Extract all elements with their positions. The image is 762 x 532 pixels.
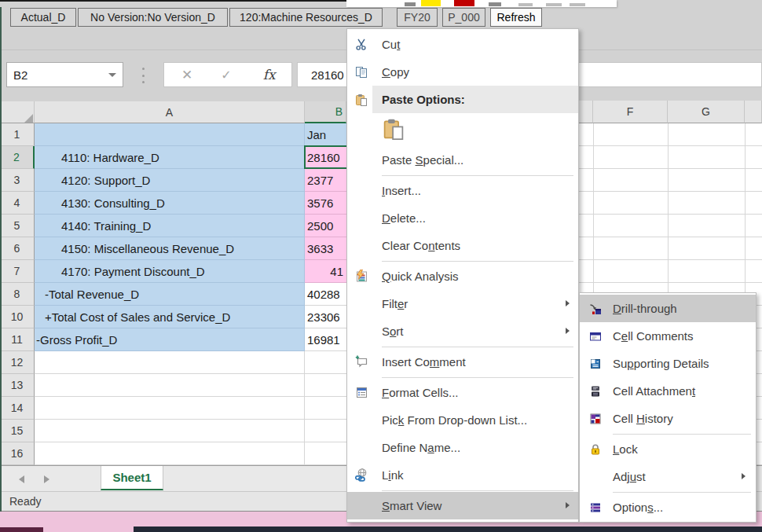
cell-A1[interactable] [35, 123, 305, 146]
menu-item-cell-comments[interactable]: Cell Comments [580, 322, 756, 350]
menu-item-paste-options[interactable]: Paste Options: [347, 86, 578, 113]
row-header-16[interactable]: 16 [0, 442, 35, 465]
row-header-6[interactable]: 6 [0, 237, 35, 260]
sheet-tab[interactable]: Sheet1 [101, 466, 163, 490]
cell-B2[interactable]: 28160 [305, 146, 346, 169]
borders-icon[interactable] [405, 2, 416, 6]
menu-item-drill-through[interactable]: Drill-through [580, 295, 756, 322]
cell-A3[interactable]: 4120: Support_D [35, 169, 305, 192]
pov-button-2[interactable]: 120:Machine Resources_D [229, 8, 383, 27]
cell-A7[interactable]: 4170: Payment Discount_D [35, 260, 305, 283]
cell-B3[interactable]: 2377 [305, 169, 346, 192]
fill-color-icon[interactable] [421, 0, 441, 6]
pov-button-0[interactable]: Actual_D [10, 8, 76, 27]
menu-item-adjust[interactable]: Adjust [580, 463, 756, 490]
column-header-F[interactable]: F [593, 101, 668, 123]
pov-button-3[interactable]: FY20 [397, 8, 438, 27]
menu-item-supporting-details[interactable]: Supporting Details [580, 350, 756, 377]
border-grid-icon[interactable] [489, 2, 501, 6]
name-box[interactable]: B2 [6, 62, 123, 87]
menu-item-pick-from-drop-down-list[interactable]: Pick From Drop-down List... [347, 406, 578, 434]
menu-item-paste-special[interactable]: Paste Special... [347, 146, 578, 174]
row-header-7[interactable]: 7 [0, 260, 35, 283]
cell-A5[interactable]: 4140: Training_D [35, 215, 305, 237]
cell-B14[interactable] [305, 397, 346, 420]
cell-B15[interactable] [305, 420, 346, 442]
row-header-5[interactable]: 5 [0, 215, 35, 237]
row-header-3[interactable]: 3 [0, 169, 35, 192]
enter-icon[interactable]: ✓ [221, 68, 231, 83]
cell-A12[interactable] [35, 351, 305, 374]
menu-item-label: Copy [382, 65, 409, 79]
cell-B8[interactable]: 40288 [305, 283, 346, 306]
menu-item-cell-history[interactable]: Cell History [580, 405, 756, 432]
menu-item-label: Drill-through [613, 302, 677, 315]
cell-A16[interactable] [35, 442, 305, 465]
row-header-4[interactable]: 4 [0, 192, 35, 215]
cell-A14[interactable] [35, 397, 305, 420]
row-header-1[interactable]: 1 [0, 123, 35, 146]
menu-item-label: Filter [382, 297, 408, 310]
row-header-8[interactable]: 8 [0, 283, 35, 306]
row-header-13[interactable]: 13 [0, 374, 35, 397]
cell-B6[interactable]: 3633 [305, 237, 346, 260]
column-header-G[interactable]: G [668, 101, 745, 123]
row-header-15[interactable]: 15 [0, 420, 35, 442]
column-header-A[interactable]: A [35, 101, 305, 123]
cell-B1[interactable]: Jan [305, 123, 346, 146]
cell-A6[interactable]: 4150: Miscellaneous Revenue_D [35, 237, 305, 260]
format-sample-icon[interactable] [546, 3, 562, 6]
cell-B5[interactable]: 2500 [305, 215, 346, 237]
cancel-icon[interactable]: ✕ [181, 67, 192, 83]
paste-button[interactable] [380, 115, 407, 143]
menu-item-copy[interactable]: Copy [347, 58, 578, 86]
refresh-button[interactable]: Refresh [490, 8, 542, 27]
row-header-10[interactable]: 10 [0, 306, 35, 328]
column-header-B[interactable]: B [305, 101, 346, 123]
menu-item-insert[interactable]: Insert... [347, 177, 578, 204]
cell-A2[interactable]: 4110: Hardware_D [35, 146, 305, 169]
cell-B11[interactable]: 16981 [305, 328, 346, 351]
pov-button-1[interactable]: No Version:No Version_D [78, 8, 228, 27]
format-sample-icon[interactable] [570, 3, 585, 6]
cell-A11[interactable]: -Gross Profit_D [35, 328, 305, 351]
menu-item-link[interactable]: Link [347, 461, 578, 489]
menu-item-cell-attachment[interactable]: Cell Attachment [580, 377, 756, 405]
menu-item-filter[interactable]: Filter [347, 290, 578, 317]
cell-B12[interactable] [305, 351, 346, 374]
menu-item-sort[interactable]: Sort [347, 317, 578, 345]
menu-item-cut[interactable]: Cut [347, 31, 578, 58]
menu-item-options[interactable]: Options... [580, 493, 756, 521]
column-header-partial[interactable] [579, 101, 593, 123]
column-header-partial[interactable] [745, 101, 762, 123]
row-header-12[interactable]: 12 [0, 351, 35, 374]
cell-A15[interactable] [35, 420, 305, 442]
menu-item-format-cells[interactable]: Format Cells... [347, 379, 578, 406]
cell-B4[interactable]: 3576 [305, 192, 346, 215]
tab-scroll-left-icon[interactable] [19, 475, 24, 483]
format-sample-icon[interactable] [518, 3, 533, 6]
menu-item-smart-view[interactable]: Smart View [347, 492, 578, 519]
cell-B13[interactable] [305, 374, 346, 397]
menu-item-clear-contents[interactable]: Clear Contents [347, 232, 578, 259]
pov-button-4[interactable]: P_000 [442, 8, 485, 27]
font-color-icon[interactable] [454, 0, 474, 6]
menu-item-lock[interactable]: Lock [580, 435, 756, 463]
menu-item-quick-analysis[interactable]: Quick Analysis [347, 262, 578, 290]
menu-item-define-name[interactable]: Define Name... [347, 434, 578, 461]
menu-item-insert-comment[interactable]: Insert Comment [347, 348, 578, 376]
cell-A10[interactable]: +Total Cost of Sales and Service_D [35, 306, 305, 328]
row-header-2[interactable]: 2 [0, 146, 35, 169]
cell-A13[interactable] [35, 374, 305, 397]
cell-B7[interactable]: 41 [305, 260, 346, 283]
cell-B16[interactable] [305, 442, 346, 465]
row-header-11[interactable]: 11 [0, 328, 35, 351]
cell-A4[interactable]: 4130: Consulting_D [35, 192, 305, 215]
row-header-14[interactable]: 14 [0, 397, 35, 420]
cell-A8[interactable]: -Total Revenue_D [35, 283, 305, 306]
name-box-dropdown-icon[interactable] [108, 73, 116, 77]
cell-B10[interactable]: 23306 [305, 306, 346, 328]
menu-item-delete[interactable]: Delete... [347, 204, 578, 232]
tab-scroll-right-icon[interactable] [44, 475, 49, 483]
insert-function-icon[interactable]: fx [263, 67, 276, 83]
